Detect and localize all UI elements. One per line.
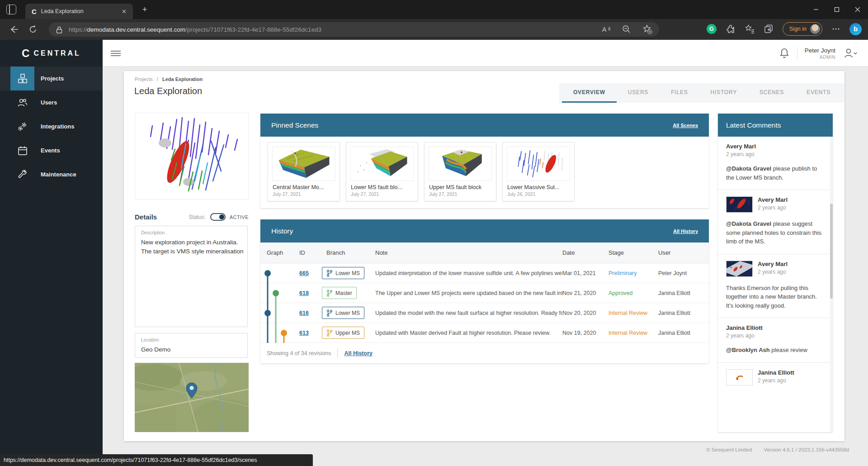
revision-user: Janina Elliott xyxy=(658,330,709,336)
scene-card[interactable]: Upper MS fault block July 27, 2021 xyxy=(424,142,496,201)
comment-scene-thumbnail[interactable] xyxy=(726,369,753,385)
history-row[interactable]: 665 Lower MS Updated interpretation of t… xyxy=(260,263,709,283)
breadcrumb-projects[interactable]: Projects xyxy=(135,76,153,82)
comment-scene-thumbnail[interactable] xyxy=(726,261,753,277)
tab-events[interactable]: EVENTS xyxy=(795,83,842,103)
more-menu-icon[interactable] xyxy=(831,24,840,33)
favorites-bar-icon[interactable] xyxy=(745,24,755,34)
address-bar[interactable]: https://demodata.dev.central.seequent.co… xyxy=(49,22,659,37)
location-label: Location xyxy=(141,337,247,342)
details-heading: Details xyxy=(135,213,189,221)
projects-cubes-icon xyxy=(10,67,34,90)
read-aloud-icon[interactable]: A xyxy=(600,24,611,35)
branch-chip[interactable]: Master xyxy=(322,287,357,299)
comment-item[interactable]: Avery Marl 2 years ago @Dakota Gravel pl… xyxy=(718,137,833,190)
browser-status-bar: https://demodata.dev.central.seequent.co… xyxy=(0,454,313,466)
description-field[interactable]: Description New exploration project in A… xyxy=(135,226,248,327)
user-role: ADMIN xyxy=(805,55,835,60)
tab-preview-icon[interactable] xyxy=(6,5,16,14)
tab-users[interactable]: USERS xyxy=(617,83,660,103)
zoom-out-icon[interactable] xyxy=(621,24,632,35)
history-footer: Showing 4 of 34 revisions All History xyxy=(260,343,709,363)
all-history-link[interactable]: All History xyxy=(673,228,698,234)
tab-history[interactable]: HISTORY xyxy=(699,83,749,103)
project-location-map[interactable] xyxy=(135,363,249,432)
sidebar-item-events[interactable]: Events xyxy=(0,138,103,162)
status-toggle[interactable] xyxy=(210,213,226,221)
latest-comments-panel: Latest Comments Avery Marl 2 years ago @… xyxy=(718,114,833,432)
central-logo: C CENTRAL xyxy=(0,40,103,67)
comment-item[interactable]: Avery Marl2 years ago Thanks Emerson for… xyxy=(718,254,833,319)
history-row[interactable]: 616 Lower MS Updated the model with the … xyxy=(260,303,709,323)
integrations-gears-icon xyxy=(10,114,34,138)
comment-item[interactable]: Avery Marl2 years ago @Dakota Gravel ple… xyxy=(718,190,833,254)
sidebar-item-users[interactable]: Users xyxy=(0,90,103,114)
comments-list: Avery Marl 2 years ago @Dakota Gravel pl… xyxy=(718,137,833,432)
grammarly-extension-icon[interactable]: G xyxy=(707,24,717,34)
sidebar-item-projects[interactable]: Projects xyxy=(0,67,103,90)
comment-mention[interactable]: @Dakota Gravel xyxy=(726,165,771,172)
tab-scenes[interactable]: SCENES xyxy=(748,83,795,103)
history-column-headers: Graph ID Branch Note Date Stage User xyxy=(260,243,709,263)
project-3d-preview[interactable] xyxy=(135,113,249,200)
revision-id-link[interactable]: 618 xyxy=(299,290,322,296)
favorite-add-icon[interactable] xyxy=(642,24,653,35)
app-sidebar: C CENTRAL Projects Users Integrations Ev… xyxy=(0,40,103,466)
revision-stage: Internal Review xyxy=(609,330,658,336)
extensions-icon[interactable] xyxy=(726,24,736,34)
breadcrumb: Projects / Leda Exploration xyxy=(135,76,203,82)
window-maximize-button[interactable] xyxy=(826,0,847,19)
refresh-button[interactable] xyxy=(28,24,39,35)
account-person-icon[interactable] xyxy=(843,48,858,59)
breadcrumb-separator: / xyxy=(157,76,158,82)
maintenance-wrench-icon xyxy=(10,162,34,186)
scene-thumbnail xyxy=(350,147,414,181)
branch-chip[interactable]: Lower MS xyxy=(322,307,364,319)
sidebar-item-integrations[interactable]: Integrations xyxy=(0,114,103,138)
breadcrumb-current: Leda Exploration xyxy=(162,76,203,82)
sidebar-item-maintenance[interactable]: Maintenance xyxy=(0,162,103,186)
branch-chip[interactable]: Lower MS xyxy=(322,267,364,279)
url-text[interactable]: https://demodata.dev.central.seequent.co… xyxy=(69,26,321,33)
all-scenes-link[interactable]: All Scenes xyxy=(673,123,698,128)
scene-card[interactable]: Lower MS fault blo... July 27, 2021 xyxy=(346,142,418,201)
revision-id-link[interactable]: 665 xyxy=(299,270,322,276)
history-row[interactable]: 618 Master The Upper and Lower MS projec… xyxy=(260,283,709,303)
new-tab-button[interactable]: + xyxy=(138,5,151,15)
sign-in-button[interactable]: Sign in xyxy=(783,22,822,36)
revision-id-link[interactable]: 616 xyxy=(299,310,322,316)
comment-item[interactable]: Janina Elliott2 years ago xyxy=(718,363,833,393)
bing-chat-icon[interactable]: b xyxy=(849,23,862,35)
window-minimize-button[interactable] xyxy=(806,0,826,19)
description-label: Description xyxy=(141,230,247,235)
notifications-bell-icon[interactable] xyxy=(779,48,790,59)
back-button[interactable] xyxy=(9,24,20,35)
comment-mention[interactable]: @Dakota Gravel xyxy=(726,220,771,227)
footer-copyright: © Seequent Limited xyxy=(706,447,752,452)
branch-chip[interactable]: Upper MS xyxy=(322,327,364,339)
tab-files[interactable]: FILES xyxy=(660,83,699,103)
scene-card[interactable]: Central Master Mo... July 27, 2021 xyxy=(268,142,340,201)
window-close-button[interactable] xyxy=(847,0,868,19)
lock-icon[interactable] xyxy=(56,25,62,33)
revision-id-link[interactable]: 613 xyxy=(299,330,322,336)
comments-header: Latest Comments xyxy=(718,114,833,137)
status-value: ACTIVE xyxy=(230,214,249,220)
browser-tab[interactable]: C Leda Exploration ✕ xyxy=(25,4,133,19)
project-overview-card: Projects / Leda Exploration Leda Explora… xyxy=(124,71,844,441)
user-block[interactable]: Peter Joynt ADMIN xyxy=(805,47,835,60)
revision-stage: Internal Review xyxy=(609,310,658,316)
menu-toggle-icon[interactable] xyxy=(110,48,122,59)
collections-icon[interactable] xyxy=(764,24,774,34)
comment-scene-thumbnail[interactable] xyxy=(726,196,753,213)
revision-date: Mar 01, 2021 xyxy=(562,270,609,276)
comments-scrollbar-thumb[interactable] xyxy=(830,204,833,299)
tab-close-icon[interactable]: ✕ xyxy=(120,7,128,16)
location-field[interactable]: Location Geo Demo xyxy=(135,333,248,358)
history-footer-all-history-link[interactable]: All History xyxy=(344,350,373,357)
comment-mention[interactable]: @Brooklyn Ash xyxy=(726,347,770,353)
history-row[interactable]: 613 Upper MS Updated with Master derived… xyxy=(260,323,709,343)
tab-overview[interactable]: OVERVIEW xyxy=(562,83,617,103)
scene-card[interactable]: Lower Massive Sul... July 26, 2021 xyxy=(502,142,575,201)
comment-item[interactable]: Janina Elliott 2 years ago @Brooklyn Ash… xyxy=(718,318,833,363)
